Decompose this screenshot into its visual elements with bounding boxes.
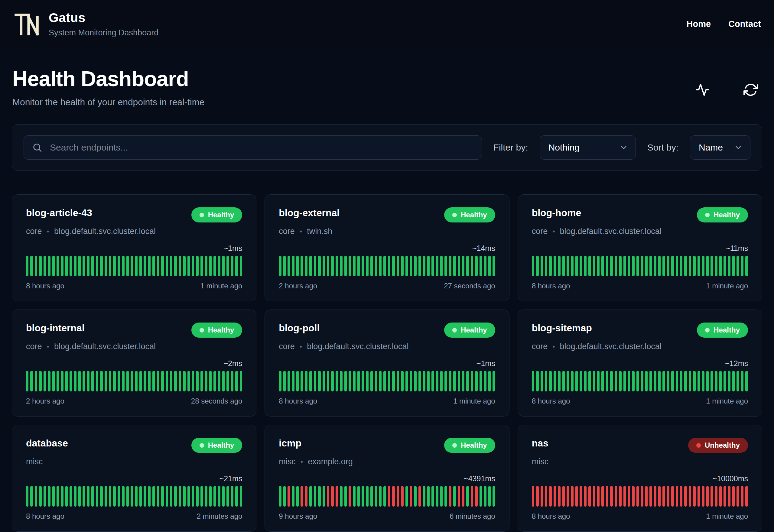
health-bar: [619, 486, 621, 507]
health-bar: [379, 256, 382, 276]
health-bar: [283, 371, 286, 391]
status-label: Unhealthy: [705, 441, 740, 449]
health-bar: [383, 256, 386, 276]
range-end: 27 seconds ago: [444, 282, 495, 290]
health-bar: [680, 371, 682, 391]
endpoint-card[interactable]: blog-home Healthy core • blog.default.sv…: [518, 194, 762, 301]
card-footer: 2 hours ago 27 seconds ago: [279, 282, 495, 290]
health-bar: [179, 371, 181, 391]
health-bar: [323, 486, 325, 507]
endpoint-card[interactable]: blog-poll Healthy core • blog.default.sv…: [265, 310, 509, 417]
health-bar: [370, 256, 373, 276]
nav-link-contact[interactable]: Contact: [728, 19, 761, 29]
endpoint-card[interactable]: blog-sitemap Healthy core • blog.default…: [518, 310, 762, 417]
health-bar: [331, 486, 333, 507]
health-bar: [331, 371, 333, 391]
status-badge: Healthy: [191, 207, 242, 222]
filter-select[interactable]: Nothing: [540, 135, 636, 160]
health-bar: [135, 371, 138, 391]
filter-value: Nothing: [548, 142, 580, 153]
health-bar: [65, 486, 68, 507]
health-bar: [698, 256, 700, 276]
card-footer: 8 hours ago 1 minute ago: [532, 512, 748, 521]
health-bar: [61, 371, 63, 391]
health-bar: [383, 371, 386, 391]
health-bar: [218, 371, 220, 391]
health-bar: [344, 486, 347, 507]
card-top: blog-internal Healthy: [26, 323, 242, 338]
endpoint-card[interactable]: blog-article-43 Healthy core • blog.defa…: [12, 194, 256, 301]
health-bar: [170, 486, 172, 507]
health-bars: [26, 256, 242, 276]
health-bar: [662, 256, 665, 276]
filter-label: Filter by:: [493, 142, 528, 153]
health-bar: [388, 486, 390, 507]
health-bar: [641, 486, 643, 507]
endpoint-host: twin.sh: [307, 227, 332, 236]
health-bar: [157, 371, 159, 391]
endpoint-sub: misc • example.org: [279, 457, 495, 466]
health-bar: [392, 256, 395, 276]
endpoint-group: misc: [26, 457, 43, 466]
endpoint-name: blog-poll: [279, 323, 320, 334]
health-bar: [30, 371, 33, 391]
activity-icon[interactable]: [695, 83, 710, 97]
health-bar: [488, 256, 491, 276]
health-bar: [741, 256, 743, 276]
health-bar: [353, 256, 356, 276]
endpoint-card[interactable]: nas Unhealthy misc • ~10000ms 8 hours ag…: [518, 425, 762, 532]
health-bar: [667, 371, 669, 391]
endpoint-name: icmp: [279, 438, 301, 449]
card-top: icmp Healthy: [279, 438, 495, 453]
health-bar: [296, 256, 299, 276]
health-bar: [327, 256, 329, 276]
endpoint-sub: misc •: [26, 457, 242, 466]
health-bar: [414, 486, 416, 507]
health-bar: [349, 256, 351, 276]
endpoint-card[interactable]: database Healthy misc • ~21ms 8 hours ag…: [12, 425, 256, 532]
health-bar: [423, 371, 425, 391]
health-bar: [632, 486, 634, 507]
host-separator: •: [47, 342, 49, 351]
health-bar: [728, 486, 730, 507]
health-bar: [719, 486, 722, 507]
health-bar: [584, 371, 587, 391]
health-bar: [323, 371, 325, 391]
health-bar: [226, 256, 229, 276]
health-bar: [693, 256, 695, 276]
health-bar: [318, 256, 320, 276]
endpoint-card[interactable]: icmp Healthy misc • example.org ~4391ms …: [265, 425, 509, 532]
card-top: blog-home Healthy: [532, 207, 748, 222]
health-bar: [139, 486, 142, 507]
endpoint-host: blog.default.svc.cluster.local: [54, 227, 156, 236]
status-label: Healthy: [714, 211, 740, 219]
health-bar: [205, 371, 207, 391]
health-bar: [349, 371, 351, 391]
health-bar: [183, 486, 185, 507]
endpoint-group: core: [532, 342, 548, 351]
health-bar: [65, 256, 68, 276]
health-bar: [323, 256, 325, 276]
health-bar: [35, 486, 37, 507]
health-bar: [70, 371, 72, 391]
range-start: 8 hours ago: [26, 282, 64, 290]
health-bar: [606, 256, 608, 276]
health-bar: [318, 371, 320, 391]
sort-select[interactable]: Name: [690, 135, 750, 160]
health-bar: [658, 256, 661, 276]
health-bar: [562, 486, 565, 507]
health-bar: [366, 371, 369, 391]
health-bar: [91, 371, 94, 391]
health-bar: [549, 256, 551, 276]
search-input[interactable]: [24, 135, 482, 160]
refresh-icon[interactable]: [743, 83, 758, 97]
status-dot-icon: [705, 213, 710, 217]
endpoint-card[interactable]: blog-external Healthy core • twin.sh ~14…: [265, 194, 509, 301]
health-bar: [719, 371, 722, 391]
health-bar: [305, 486, 307, 507]
health-bar: [105, 256, 107, 276]
endpoint-card[interactable]: blog-internal Healthy core • blog.defaul…: [12, 310, 256, 417]
card-footer: 8 hours ago 1 minute ago: [532, 282, 748, 290]
health-bar: [610, 256, 613, 276]
nav-link-home[interactable]: Home: [686, 19, 711, 29]
